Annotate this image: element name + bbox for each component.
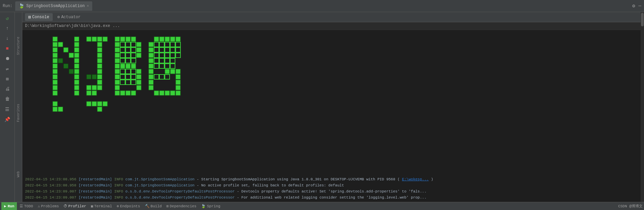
svg-rect-21 [74, 74, 79, 79]
svg-rect-69 [154, 37, 159, 41]
status-problems[interactable]: ⚠ Problems [36, 202, 61, 210]
svg-rect-11 [58, 42, 63, 47]
scroll-up-button[interactable]: ↑ [2, 24, 13, 33]
svg-rect-134 [120, 58, 125, 63]
svg-rect-56 [137, 42, 141, 47]
svg-rect-94 [58, 58, 63, 63]
svg-rect-64 [137, 80, 141, 85]
svg-rect-74 [149, 42, 153, 47]
log-line: 2022-04-15 14:23:08.958 [restartedMain] … [25, 182, 638, 188]
log-line: 2022-04-15 14:23:08.956 [restartedMain] … [25, 176, 638, 182]
build-icon: 🔨 [145, 204, 150, 208]
svg-rect-113 [176, 53, 180, 58]
svg-rect-75 [149, 48, 153, 52]
svg-rect-122 [154, 74, 159, 79]
snapshot-button[interactable]: ⏺ [2, 54, 13, 63]
run-status-item[interactable]: ▶ Run [1, 202, 17, 210]
svg-rect-85 [165, 91, 170, 95]
svg-rect-148 [58, 107, 63, 112]
svg-rect-140 [120, 74, 125, 79]
svg-rect-103 [176, 42, 180, 47]
svg-rect-81 [149, 80, 153, 85]
svg-rect-14 [74, 37, 79, 41]
scroll-thumb[interactable] [641, 13, 644, 26]
svg-rect-126 [126, 42, 130, 47]
structure-label[interactable]: Structure [16, 35, 21, 56]
svg-rect-10 [53, 91, 57, 95]
svg-rect-28 [103, 37, 107, 41]
svg-rect-90 [176, 74, 180, 79]
delete-button[interactable]: 🗑 [2, 94, 13, 104]
status-dependencies[interactable]: ⊞ Dependencies [165, 202, 199, 210]
svg-rect-67 [131, 91, 136, 95]
svg-rect-55 [131, 37, 136, 41]
print-button[interactable]: 🖨 [2, 84, 13, 94]
left-toolbar: ↺ ↑ ↓ ■ ⏺ ⇌ ⊞ 🖨 🗑 ☰ 📌 [0, 12, 15, 202]
svg-rect-114 [154, 58, 159, 63]
svg-rect-77 [149, 58, 153, 63]
svg-rect-73 [176, 37, 180, 41]
status-build[interactable]: 🔨 Build [143, 202, 164, 210]
svg-rect-105 [159, 48, 164, 52]
restore-button[interactable]: ⊞ [2, 74, 13, 84]
svg-rect-3 [53, 53, 57, 58]
svg-rect-36 [97, 80, 102, 85]
svg-rect-147 [53, 107, 57, 112]
dependencies-label: Dependencies [170, 204, 196, 208]
favorites-label[interactable]: Favorites [16, 102, 21, 123]
svg-rect-35 [97, 74, 102, 79]
svg-rect-43 [115, 42, 120, 47]
svg-rect-106 [165, 48, 170, 52]
format-button[interactable]: ⇌ [2, 64, 13, 73]
web-label[interactable]: Web [16, 170, 21, 179]
svg-rect-72 [170, 37, 175, 41]
console-area: ▤ Console ⚙ Actuator D:\WorkingSoftware\… [22, 12, 641, 202]
collapse-icon[interactable]: — [639, 3, 641, 9]
log-line: 2022-04-15 14:23:09.007 [restartedMain] … [25, 194, 638, 201]
pin-button[interactable]: 📌 [2, 115, 13, 124]
settings-icon[interactable]: ⚙ [632, 3, 635, 9]
reload-button[interactable]: ↺ [2, 13, 13, 23]
run-tab-close[interactable]: × [87, 4, 89, 8]
status-profiler[interactable]: ⏱ Profiler [61, 202, 88, 210]
status-terminal[interactable]: ▣ Terminal [89, 202, 114, 210]
svg-rect-57 [137, 48, 141, 52]
svg-rect-141 [126, 74, 130, 79]
svg-rect-93 [176, 69, 180, 74]
scroll-down-button[interactable]: ↓ [2, 34, 13, 43]
output-area: 2022-04-15 14:23:08.956 [restartedMain] … [22, 30, 641, 202]
scrollbar[interactable] [641, 12, 644, 202]
svg-rect-100 [159, 42, 164, 47]
svg-rect-47 [115, 64, 120, 68]
svg-rect-83 [154, 91, 159, 95]
svg-rect-32 [97, 58, 102, 63]
status-endpoints[interactable]: ⊕ Endpoints [115, 202, 142, 210]
status-spring[interactable]: 🍃 Spring [199, 202, 222, 210]
svg-rect-132 [126, 53, 130, 58]
svg-rect-39 [97, 85, 102, 90]
run-bar-actions: ⚙ — [632, 3, 641, 9]
tab-actuator[interactable]: ⚙ Actuator [54, 13, 84, 21]
svg-rect-63 [137, 74, 141, 79]
svg-rect-79 [149, 69, 153, 74]
svg-rect-133 [131, 53, 136, 58]
status-todo[interactable]: ☰ TODO [18, 202, 35, 210]
svg-rect-50 [115, 80, 120, 85]
svg-rect-152 [103, 101, 107, 106]
svg-rect-16 [74, 48, 79, 52]
svg-rect-107 [170, 48, 175, 52]
list-button[interactable]: ☰ [2, 104, 13, 114]
stop-button[interactable]: ■ [2, 44, 13, 53]
svg-rect-112 [170, 53, 175, 58]
svg-rect-145 [131, 80, 136, 85]
svg-rect-68 [137, 85, 141, 90]
svg-rect-144 [126, 80, 130, 85]
run-tab[interactable]: 🍃 SpringbootSsmApplication × [15, 1, 92, 11]
svg-rect-54 [126, 37, 130, 41]
svg-rect-143 [120, 80, 125, 85]
svg-rect-151 [97, 101, 102, 106]
svg-rect-92 [170, 69, 175, 74]
tab-console[interactable]: ▤ Console [25, 13, 53, 21]
csdn-label: CSDN @博博文 [618, 204, 643, 209]
svg-rect-8 [53, 80, 57, 85]
